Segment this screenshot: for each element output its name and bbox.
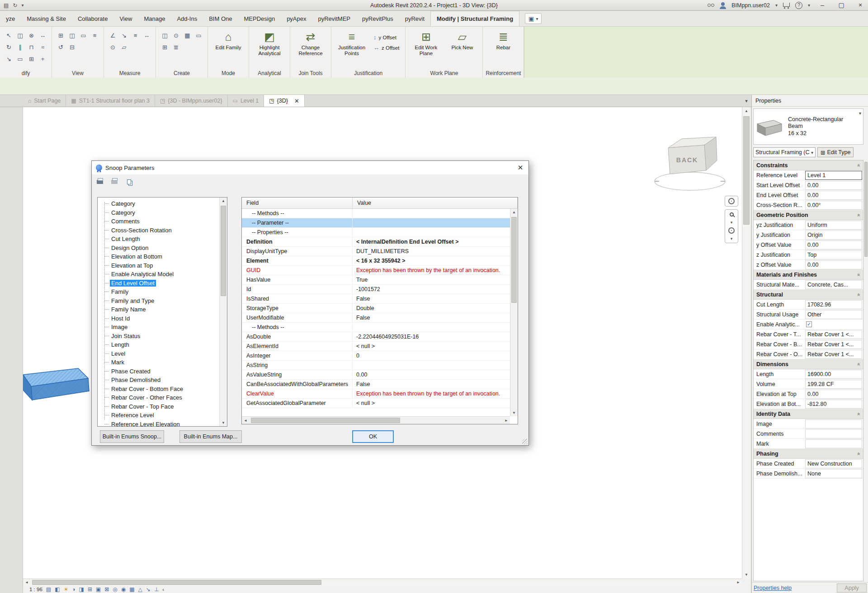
parameter-row-properties[interactable]: -- Properties -- xyxy=(242,228,510,237)
document-tab-start-page[interactable]: ⌂Start Page xyxy=(23,95,66,107)
view-cube[interactable]: BACK xyxy=(653,131,732,196)
properties-scrollbar[interactable] xyxy=(864,160,868,581)
tree-scrollbar[interactable]: ▲ ▼ xyxy=(219,198,227,426)
section-collapse-icon[interactable]: « xyxy=(854,293,863,296)
tool-icon[interactable]: ⊟ xyxy=(67,42,77,53)
tree-item-rebar-cover-other-faces[interactable]: Rebar Cover - Other Faces xyxy=(98,393,219,402)
tree-item-comments[interactable]: Comments xyxy=(98,217,219,226)
ribbon-tab-view[interactable]: View xyxy=(113,11,138,26)
property-value[interactable]: Rebar Cover 1 <... xyxy=(805,350,862,359)
tree-item-design-option[interactable]: Design Option xyxy=(98,244,219,253)
ok-button[interactable]: OK xyxy=(352,430,394,443)
zoom-icon[interactable] xyxy=(730,212,734,216)
tool-icon[interactable]: ⊓ xyxy=(26,42,37,53)
parameter-row-methods[interactable]: -- Methods -- xyxy=(242,209,510,218)
tool-icon[interactable]: ≡ xyxy=(130,30,141,41)
tree-item-cross-section-rotation[interactable]: Cross-Section Rotation xyxy=(98,226,219,235)
crop-region-icon[interactable]: ▣ xyxy=(96,586,101,593)
tool-icon[interactable]: ↺ xyxy=(56,42,66,53)
ribbon-button-y-offset[interactable]: ↕y Offset xyxy=(371,33,401,42)
parameter-row-storagetype[interactable]: StorageTypeDouble xyxy=(242,304,510,313)
ribbon-button-pick-new[interactable]: ▱Pick New xyxy=(445,28,479,69)
tree-item-mark[interactable]: Mark xyxy=(98,358,219,367)
section-header-geometric-position[interactable]: Geometric Position« xyxy=(754,210,863,220)
properties-header[interactable]: Properties xyxy=(752,95,868,107)
tree-item-host-id[interactable]: Host Id xyxy=(98,314,219,323)
parameter-row-asdouble[interactable]: AsDouble-2.22044604925031E-16 xyxy=(242,332,510,342)
shadows-icon[interactable]: ◑ xyxy=(72,586,75,593)
tool-icon[interactable]: ↘ xyxy=(4,54,14,65)
ribbon-tab-manage[interactable]: Manage xyxy=(138,11,171,26)
tool-icon[interactable]: ▦ xyxy=(182,30,193,41)
ribbon-tab-pyrevitplus[interactable]: pyRevitPlus xyxy=(356,11,399,26)
parameter-row-hasvalue[interactable]: HasValueTrue xyxy=(242,275,510,285)
edit-type-button[interactable]: ⊞ Edit Type xyxy=(817,147,854,157)
displacement-icon[interactable]: ↘ xyxy=(146,586,151,593)
tree-item-family[interactable]: Family xyxy=(98,287,219,296)
type-selector-preview[interactable]: Concrete-Rectangular Beam 16 x 32 ▾ xyxy=(753,108,863,145)
tool-icon[interactable]: ≈ xyxy=(38,42,48,53)
scroll-up-icon[interactable]: ▲ xyxy=(742,109,750,113)
tree-item-image[interactable]: Image xyxy=(98,323,219,332)
property-value[interactable]: Other xyxy=(805,310,862,319)
tree-item-length[interactable]: Length xyxy=(98,340,219,349)
tree-item-elevation-at-top[interactable]: Elevation at Top xyxy=(98,261,219,270)
tool-icon[interactable]: ↻ xyxy=(4,42,14,53)
property-value[interactable] xyxy=(805,439,862,448)
ribbon-button-z-offset[interactable]: ↔z Offset xyxy=(371,43,401,52)
tree-item-phase-created[interactable]: Phase Created xyxy=(98,367,219,376)
signed-in-user[interactable]: BIMppn.user02 xyxy=(731,2,770,9)
tab-list-dropdown-icon[interactable]: ▾ xyxy=(741,95,751,107)
section-collapse-icon[interactable]: « xyxy=(854,452,863,455)
property-checkbox[interactable]: ✓ xyxy=(806,321,812,327)
print-icon[interactable] xyxy=(94,176,105,187)
dialog-close-icon[interactable]: ✕ xyxy=(512,161,528,174)
section-header-constraints[interactable]: Constraints« xyxy=(754,160,863,170)
ribbon-button-edit-work-plane[interactable]: ⊞Edit Work Plane xyxy=(409,28,443,69)
tree-item-elevation-at-bottom[interactable]: Elevation at Bottom xyxy=(98,252,219,261)
list-vertical-scrollbar[interactable]: ▲ ▼ xyxy=(510,209,518,416)
horizontal-scroll-thumb[interactable] xyxy=(32,580,321,585)
zoom-dropdown-icon[interactable]: ▾ xyxy=(731,220,733,225)
ribbon-button-rebar[interactable]: ≣Rebar xyxy=(486,28,520,69)
document-tab-st1-1-structural-floor-plan-3[interactable]: ▦ST1-1 Structural floor plan 3 xyxy=(66,95,155,107)
ribbon-tab-pyapex[interactable]: pyApex xyxy=(281,11,312,26)
apply-button[interactable]: Apply xyxy=(837,584,867,593)
tab-close-icon[interactable]: ✕ xyxy=(294,98,299,104)
parameter-row-usermodifiable[interactable]: UserModifiableFalse xyxy=(242,313,510,323)
list-horizontal-scrollbar[interactable]: ◄ ► xyxy=(242,416,510,424)
scroll-down-icon[interactable]: ▼ xyxy=(742,573,750,577)
list-scroll-thumb[interactable] xyxy=(511,217,517,303)
parameter-row-clearvalue[interactable]: ClearValueException has been thrown by t… xyxy=(242,389,510,399)
canvas-vertical-scrollbar[interactable]: ▲ ▼ xyxy=(742,107,750,579)
tool-icon[interactable]: + xyxy=(38,54,48,65)
property-value[interactable]: Top xyxy=(805,250,862,259)
property-value[interactable]: 17082.96 xyxy=(805,300,862,309)
tool-icon[interactable]: ◫ xyxy=(15,30,25,41)
property-value[interactable]: New Construction xyxy=(805,459,862,468)
field-column-header[interactable]: Field xyxy=(242,198,353,208)
tool-icon[interactable]: ∥ xyxy=(15,42,25,53)
scroll-right-icon[interactable]: ► xyxy=(736,580,740,584)
builtin-enums-map-button[interactable]: Built-in Enums Map... xyxy=(179,430,242,443)
tree-item-family-name[interactable]: Family Name xyxy=(98,305,219,314)
ribbon-tab-pyrevitmep[interactable]: pyRevitMEP xyxy=(312,11,357,26)
property-value[interactable]: Uniform xyxy=(805,221,862,230)
property-value[interactable]: 199.28 CF xyxy=(805,380,862,389)
pan-icon[interactable] xyxy=(728,227,735,234)
temporary-hide-icon[interactable]: ◎ xyxy=(113,586,117,593)
tool-icon[interactable]: ↘ xyxy=(119,30,129,41)
tool-icon[interactable]: ▭ xyxy=(15,54,25,65)
search-icon[interactable] xyxy=(708,4,714,7)
builtin-enums-snoop-button[interactable]: Built-in Enums Snoop... xyxy=(100,430,164,443)
document-tab-3d[interactable]: ◳{3D}✕ xyxy=(264,95,305,107)
category-filter-select[interactable]: Structural Framing (C ▾ xyxy=(753,147,816,157)
visual-style-icon[interactable]: ◧ xyxy=(55,586,60,593)
help-dropdown-icon[interactable]: ▾ xyxy=(808,3,810,8)
document-tab-level-1[interactable]: ▭Level 1 xyxy=(228,95,264,107)
tree-scroll-up-icon[interactable]: ▲ xyxy=(220,199,227,203)
app-menu-icon[interactable]: ▤ xyxy=(4,2,9,9)
tree-item-end-level-offset[interactable]: End Level Offset xyxy=(98,279,219,288)
ribbon-button-highlight-analytical[interactable]: ◩Highlight Analytical xyxy=(253,28,286,69)
section-header-dimensions[interactable]: Dimensions« xyxy=(754,359,863,369)
